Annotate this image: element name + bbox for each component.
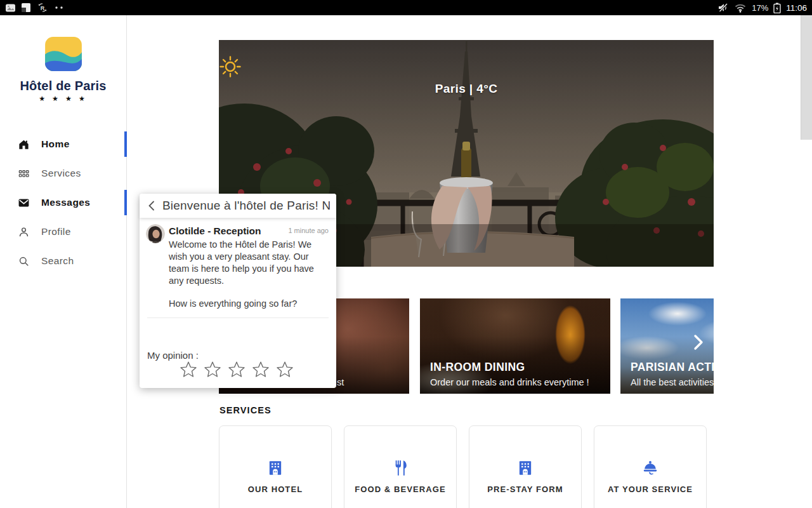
service-card-label: OUR HOTEL <box>248 485 303 494</box>
sidebar-item-home[interactable]: Home <box>0 130 127 159</box>
rating-stars <box>179 360 294 379</box>
divider <box>147 318 329 318</box>
home-icon <box>18 138 30 150</box>
building-form-icon <box>516 459 534 477</box>
hotel-logo-icon <box>45 37 82 71</box>
scrollbar-thumb[interactable] <box>801 15 812 140</box>
at-your-service-card[interactable]: AT YOUR SERVICE <box>594 425 707 508</box>
star-icon[interactable] <box>275 360 294 379</box>
profile-person-icon <box>18 226 30 238</box>
food-beverage-card[interactable]: FOOD & BEVERAGE <box>344 425 457 508</box>
service-card-label: FOOD & BEVERAGE <box>355 485 446 494</box>
scrollbar <box>801 15 812 508</box>
services-heading: SERVICES <box>219 405 272 415</box>
more-notifications-icon <box>54 5 65 10</box>
screenshot-notification-icon <box>5 3 16 13</box>
sidebar-item-label: Messages <box>41 197 90 208</box>
sun-icon <box>219 55 242 78</box>
service-card-label: AT YOUR SERVICE <box>608 485 693 494</box>
weather-widget: Paris | 4°C <box>219 55 714 96</box>
services-row: OUR HOTEL FOOD & BEVERAGE <box>219 425 714 508</box>
hotel-building-icon <box>266 459 284 477</box>
card-subtitle: Order our meals and drinks everytime ! <box>430 377 605 387</box>
carousel-next-icon[interactable] <box>693 334 704 351</box>
message-thread-title: Bienvenue à l'hôtel de Paris! N... <box>162 199 330 213</box>
hotel-name: Hôtel de Paris <box>0 79 126 93</box>
message-paragraph: How is everything going so far? <box>169 298 330 310</box>
message-popup-header: Bienvenue à l'hôtel de Paris! N... <box>140 194 336 218</box>
sidebar-item-label: Search <box>41 255 74 267</box>
sidebar-item-label: Home <box>41 138 70 150</box>
card-title: PARISIAN ACTIVITIES <box>631 361 714 374</box>
sidebar-nav: Home Services Messages <box>0 130 127 276</box>
star-icon[interactable] <box>179 360 198 379</box>
hotel-logo: Hôtel de Paris ★ ★ ★ ★ <box>0 37 126 103</box>
hotel-stars: ★ ★ ★ ★ <box>0 95 126 103</box>
clock: 11:06 <box>786 3 807 13</box>
battery-percent: 17% <box>752 3 768 13</box>
sender-name: Clotilde - Reception <box>169 225 261 236</box>
data-sync-icon: R <box>36 3 49 13</box>
pre-stay-form-card[interactable]: PRE-STAY FORM <box>469 425 582 508</box>
sidebar-item-search[interactable]: Search <box>0 246 127 276</box>
message-popup: Bienvenue à l'hôtel de Paris! N... Cloti… <box>140 194 336 388</box>
svg-text:R: R <box>41 5 45 11</box>
battery-icon <box>773 3 781 13</box>
search-icon <box>18 255 30 267</box>
message-text: Welcome to the Hôtel de Paris! We wish y… <box>169 239 330 310</box>
sidebar-item-label: Services <box>41 168 81 179</box>
sidebar-item-services[interactable]: Services <box>0 159 127 188</box>
sidebar-item-profile[interactable]: Profile <box>0 217 127 246</box>
in-room-dining-card[interactable]: IN-ROOM DINING Order our meals and drink… <box>420 298 610 394</box>
sidebar-item-messages[interactable]: Messages <box>0 188 127 217</box>
sender-avatar <box>146 224 165 243</box>
status-bar: R 17% <box>0 0 812 15</box>
app-screen: R 17% <box>0 0 812 508</box>
restaurant-icon <box>391 459 409 477</box>
star-icon[interactable] <box>203 360 222 379</box>
card-subtitle: All the best activities <box>631 377 714 387</box>
back-chevron-icon[interactable] <box>146 200 157 211</box>
opinion-label: My opinion : <box>147 350 199 361</box>
message-popup-body: Clotilde - Reception 1 minute ago Welcom… <box>140 218 336 318</box>
mute-icon <box>717 3 729 13</box>
our-hotel-card[interactable]: OUR HOTEL <box>219 425 332 508</box>
service-bell-icon <box>641 459 659 477</box>
weather-text: Paris | 4°C <box>219 82 714 96</box>
sidebar-item-label: Profile <box>41 226 71 237</box>
card-title: IN-ROOM DINING <box>430 361 605 374</box>
sidebar: Hôtel de Paris ★ ★ ★ ★ Home Services <box>0 15 127 508</box>
star-icon[interactable] <box>251 360 270 379</box>
message-paragraph: Welcome to the Hôtel de Paris! We wish y… <box>169 239 330 286</box>
spa-card-subtitle-fragment: st <box>337 377 344 387</box>
services-grid-icon <box>18 168 30 180</box>
messages-envelope-icon <box>18 197 30 209</box>
star-icon[interactable] <box>227 360 246 379</box>
app-notification-icon <box>21 3 31 13</box>
message-timestamp: 1 minute ago <box>288 227 329 234</box>
service-card-label: PRE-STAY FORM <box>487 485 563 494</box>
wifi-icon <box>734 3 747 13</box>
